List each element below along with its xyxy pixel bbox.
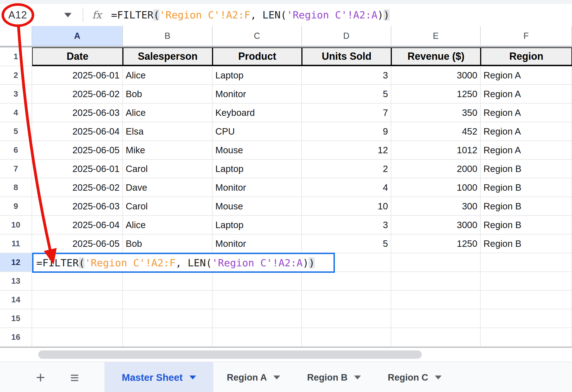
cell-E5[interactable]: 452 bbox=[391, 122, 481, 141]
cell-B16[interactable] bbox=[123, 328, 213, 347]
cell-D1[interactable]: Units Sold bbox=[302, 47, 391, 66]
sheet-tab-region-b[interactable]: Region B bbox=[294, 362, 374, 392]
cell-B7[interactable]: Carol bbox=[123, 160, 213, 178]
tab-dropdown-icon[interactable] bbox=[435, 376, 442, 379]
row-header-9[interactable]: 9 bbox=[0, 197, 32, 216]
cell-A9[interactable]: 2025-06-03 bbox=[32, 197, 123, 216]
cell-F7[interactable]: Region B bbox=[481, 160, 572, 178]
cell-B3[interactable]: Bob bbox=[123, 85, 213, 104]
row-header-1[interactable]: 1 bbox=[0, 47, 32, 66]
cell-A3[interactable]: 2025-06-02 bbox=[32, 85, 123, 104]
cell-C8[interactable]: Monitor bbox=[213, 178, 302, 197]
cell-C2[interactable]: Laptop bbox=[213, 66, 302, 85]
cell-E7[interactable]: 2000 bbox=[391, 160, 481, 178]
sheet-tab-region-a[interactable]: Region A bbox=[213, 362, 294, 392]
cell-A11[interactable]: 2025-06-05 bbox=[32, 235, 123, 253]
cell-E8[interactable]: 1000 bbox=[391, 178, 481, 197]
cell-D13[interactable] bbox=[302, 272, 391, 291]
row-header-5[interactable]: 5 bbox=[0, 122, 32, 141]
cell-A2[interactable]: 2025-06-01 bbox=[32, 66, 123, 85]
cell-C7[interactable]: Laptop bbox=[213, 160, 302, 178]
cell-F10[interactable]: Region B bbox=[481, 216, 572, 235]
tab-dropdown-icon[interactable] bbox=[354, 376, 361, 379]
cell-A5[interactable]: 2025-06-04 bbox=[32, 122, 123, 141]
cell-C5[interactable]: CPU bbox=[213, 122, 302, 141]
cell-A10[interactable]: 2025-06-04 bbox=[32, 216, 123, 235]
cell-F13[interactable] bbox=[481, 272, 572, 291]
row-header-2[interactable]: 2 bbox=[0, 66, 32, 85]
cell-E1[interactable]: Revenue ($) bbox=[391, 47, 481, 66]
all-sheets-button[interactable]: ≡ bbox=[65, 369, 84, 386]
name-box-dropdown-icon[interactable] bbox=[64, 13, 72, 17]
cell-B13[interactable] bbox=[123, 272, 213, 291]
cell-A16[interactable] bbox=[32, 328, 123, 347]
cell-F3[interactable]: Region A bbox=[481, 85, 572, 104]
horizontal-scrollbar[interactable] bbox=[38, 350, 422, 359]
cell-B9[interactable]: Carol bbox=[123, 197, 213, 216]
cell-F14[interactable] bbox=[481, 291, 572, 309]
cell-F1[interactable]: Region bbox=[481, 47, 572, 66]
cell-E10[interactable]: 3000 bbox=[391, 216, 481, 235]
cell-C4[interactable]: Keyboard bbox=[213, 104, 302, 122]
cell-C13[interactable] bbox=[213, 272, 302, 291]
cell-D16[interactable] bbox=[302, 328, 391, 347]
cell-B15[interactable] bbox=[123, 309, 213, 328]
cell-B11[interactable]: Bob bbox=[123, 235, 213, 253]
cell-E6[interactable]: 1012 bbox=[391, 141, 481, 160]
cell-E16[interactable] bbox=[391, 328, 481, 347]
cell-C14[interactable] bbox=[213, 291, 302, 309]
cell-F6[interactable]: Region A bbox=[481, 141, 572, 160]
cell-B8[interactable]: Dave bbox=[123, 178, 213, 197]
cell-D2[interactable]: 3 bbox=[302, 66, 391, 85]
add-sheet-button[interactable]: + bbox=[31, 369, 50, 386]
cell-B6[interactable]: Mike bbox=[123, 141, 213, 160]
cell-B1[interactable]: Salesperson bbox=[123, 47, 213, 66]
cell-C1[interactable]: Product bbox=[213, 47, 302, 66]
cell-A15[interactable] bbox=[32, 309, 123, 328]
cell-F8[interactable]: Region B bbox=[481, 178, 572, 197]
cell-B2[interactable]: Alice bbox=[123, 66, 213, 85]
cell-E2[interactable]: 3000 bbox=[391, 66, 481, 85]
formula-input[interactable]: =FILTER('Region C'!A2:F, LEN('Region C'!… bbox=[111, 9, 390, 21]
sheet-tab-region-c[interactable]: Region C bbox=[374, 362, 455, 392]
cell-A14[interactable] bbox=[32, 291, 123, 309]
cell-A4[interactable]: 2025-06-03 bbox=[32, 104, 123, 122]
column-header-B[interactable]: B bbox=[123, 26, 213, 47]
cell-A8[interactable]: 2025-06-02 bbox=[32, 178, 123, 197]
tab-dropdown-icon[interactable] bbox=[189, 376, 196, 379]
cell-B5[interactable]: Elsa bbox=[123, 122, 213, 141]
column-header-C[interactable]: C bbox=[213, 26, 302, 47]
cell-B14[interactable] bbox=[123, 291, 213, 309]
name-box[interactable]: A12 bbox=[0, 9, 64, 21]
row-header-6[interactable]: 6 bbox=[0, 141, 32, 160]
cell-C10[interactable]: Laptop bbox=[213, 216, 302, 235]
cell-D6[interactable]: 12 bbox=[302, 141, 391, 160]
select-all-corner[interactable] bbox=[0, 26, 32, 47]
row-header-4[interactable]: 4 bbox=[0, 104, 32, 122]
cell-B4[interactable]: Alice bbox=[123, 104, 213, 122]
cell-C6[interactable]: Mouse bbox=[213, 141, 302, 160]
column-header-D[interactable]: D bbox=[302, 26, 391, 47]
cell-E3[interactable]: 1250 bbox=[391, 85, 481, 104]
cell-C3[interactable]: Monitor bbox=[213, 85, 302, 104]
cell-F12[interactable] bbox=[481, 253, 572, 272]
row-header-12[interactable]: 12 bbox=[0, 253, 32, 272]
cell-D4[interactable]: 7 bbox=[302, 104, 391, 122]
tab-dropdown-icon[interactable] bbox=[273, 376, 280, 379]
cell-C15[interactable] bbox=[213, 309, 302, 328]
cell-D10[interactable]: 3 bbox=[302, 216, 391, 235]
cell-D15[interactable] bbox=[302, 309, 391, 328]
cell-editor-A12[interactable]: =FILTER('Region C'!A2:F, LEN('Region C'!… bbox=[32, 253, 335, 273]
cell-E9[interactable]: 300 bbox=[391, 197, 481, 216]
column-header-A[interactable]: A bbox=[32, 26, 123, 47]
cell-D11[interactable]: 5 bbox=[302, 235, 391, 253]
cell-F9[interactable]: Region B bbox=[481, 197, 572, 216]
cell-A13[interactable] bbox=[32, 272, 123, 291]
row-header-11[interactable]: 11 bbox=[0, 235, 32, 253]
row-header-14[interactable]: 14 bbox=[0, 291, 32, 309]
cell-B10[interactable]: Alice bbox=[123, 216, 213, 235]
cell-F16[interactable] bbox=[481, 328, 572, 347]
cell-D9[interactable]: 10 bbox=[302, 197, 391, 216]
cell-E12[interactable] bbox=[391, 253, 481, 272]
cell-A6[interactable]: 2025-06-05 bbox=[32, 141, 123, 160]
